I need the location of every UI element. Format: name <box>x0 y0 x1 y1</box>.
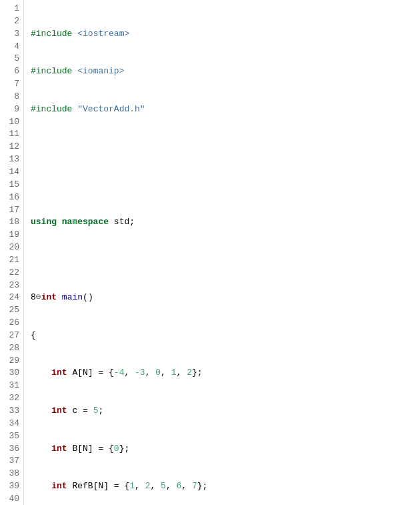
line-num-27: 27 <box>5 330 19 342</box>
code-line-2: #include <iomanip> <box>31 65 417 78</box>
line-num-8: 8 <box>5 91 19 103</box>
line-num-12: 12 <box>5 141 19 153</box>
line-num-5: 5 <box>5 53 19 65</box>
line-num-19: 19 <box>5 229 19 241</box>
line-numbers: 1 2 3 4 5 6 7 8 9 10 11 12 13 14 15 16 1… <box>0 0 24 505</box>
code-line-1: #include <iostream> <box>31 28 417 41</box>
line-num-36: 36 <box>5 443 19 456</box>
line-num-9: 9 <box>5 103 19 116</box>
line-num-11: 11 <box>5 128 19 141</box>
code-line-8: 8⊖int main() <box>31 292 417 304</box>
line-num-6: 6 <box>5 65 19 78</box>
line-num-38: 38 <box>5 468 19 480</box>
line-num-13: 13 <box>5 153 19 166</box>
line-num-16: 16 <box>5 191 19 204</box>
line-num-37: 37 <box>5 455 19 468</box>
line-num-3: 3 <box>5 28 19 41</box>
line-num-1: 1 <box>5 3 19 15</box>
code-line-10: int A[N] = {-4, -3, 0, 1, 2}; <box>31 367 417 380</box>
code-line-3: #include "VectorAdd.h" <box>31 103 417 116</box>
line-num-33: 33 <box>5 405 19 418</box>
line-num-18: 18 <box>5 216 19 229</box>
line-num-23: 23 <box>5 280 19 292</box>
code-line-13: int RefB[N] = {1, 2, 5, 6, 7}; <box>31 480 417 493</box>
line-num-17: 17 <box>5 204 19 217</box>
code-line-7 <box>31 254 417 267</box>
code-line-6: using namespace std; <box>31 216 417 229</box>
line-num-30: 30 <box>5 367 19 380</box>
line-num-31: 31 <box>5 380 19 392</box>
line-num-20: 20 <box>5 241 19 254</box>
code-line-12: int B[N] = {0}; <box>31 443 417 456</box>
line-num-29: 29 <box>5 355 19 368</box>
line-num-4: 4 <box>5 41 19 53</box>
line-num-32: 32 <box>5 392 19 405</box>
line-num-35: 35 <box>5 430 19 443</box>
line-num-34: 34 <box>5 418 19 430</box>
line-num-26: 26 <box>5 317 19 330</box>
code-line-5 <box>31 179 417 191</box>
line-num-10: 10 <box>5 116 19 129</box>
code-line-9: { <box>31 330 417 342</box>
code-line-11: int c = 5; <box>31 405 417 418</box>
line-num-40: 40 <box>5 493 19 505</box>
code-editor: 1 2 3 4 5 6 7 8 9 10 11 12 13 14 15 16 1… <box>0 0 420 505</box>
code-content[interactable]: #include <iostream> #include <iomanip> #… <box>24 0 420 505</box>
line-num-22: 22 <box>5 267 19 280</box>
line-num-25: 25 <box>5 304 19 317</box>
line-num-21: 21 <box>5 254 19 267</box>
line-num-24: 24 <box>5 292 19 304</box>
line-num-2: 2 <box>5 15 19 28</box>
code-line-4 <box>31 141 417 153</box>
line-num-15: 15 <box>5 179 19 191</box>
line-num-7: 7 <box>5 78 19 91</box>
line-num-14: 14 <box>5 166 19 179</box>
line-num-39: 39 <box>5 480 19 493</box>
line-num-28: 28 <box>5 342 19 355</box>
